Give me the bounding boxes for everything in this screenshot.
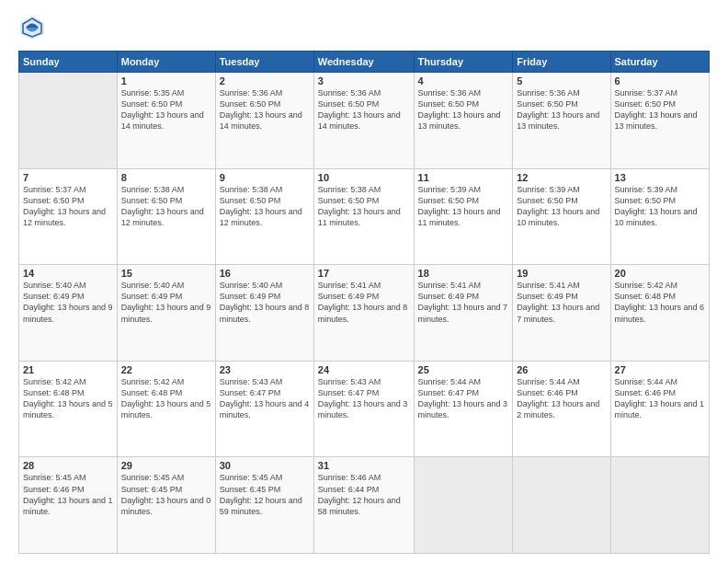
day-info: Sunrise: 5:45 AM Sunset: 6:45 PM Dayligh…	[121, 472, 211, 517]
week-row-2: 7Sunrise: 5:37 AM Sunset: 6:50 PM Daylig…	[19, 168, 710, 265]
day-cell	[19, 73, 118, 169]
day-info: Sunrise: 5:45 AM Sunset: 6:46 PM Dayligh…	[23, 472, 113, 517]
day-cell: 2Sunrise: 5:36 AM Sunset: 6:50 PM Daylig…	[215, 73, 313, 169]
day-info: Sunrise: 5:37 AM Sunset: 6:50 PM Dayligh…	[23, 184, 113, 229]
day-number: 5	[517, 75, 606, 86]
day-info: Sunrise: 5:39 AM Sunset: 6:50 PM Dayligh…	[615, 184, 705, 229]
day-number: 30	[220, 460, 310, 471]
day-cell: 25Sunrise: 5:44 AM Sunset: 6:47 PM Dayli…	[414, 361, 513, 457]
day-number: 11	[418, 172, 509, 183]
day-number: 8	[121, 172, 211, 183]
day-info: Sunrise: 5:37 AM Sunset: 6:50 PM Dayligh…	[615, 87, 705, 132]
day-info: Sunrise: 5:43 AM Sunset: 6:47 PM Dayligh…	[318, 376, 410, 421]
day-cell: 29Sunrise: 5:45 AM Sunset: 6:45 PM Dayli…	[117, 457, 215, 554]
day-info: Sunrise: 5:35 AM Sunset: 6:50 PM Dayligh…	[121, 87, 211, 132]
day-cell: 12Sunrise: 5:39 AM Sunset: 6:50 PM Dayli…	[513, 168, 610, 265]
week-row-3: 14Sunrise: 5:40 AM Sunset: 6:49 PM Dayli…	[19, 265, 710, 362]
day-number: 16	[220, 268, 310, 279]
day-number: 14	[23, 268, 113, 279]
day-number: 18	[418, 268, 509, 279]
day-cell	[610, 457, 709, 554]
week-row-5: 28Sunrise: 5:45 AM Sunset: 6:46 PM Dayli…	[19, 457, 710, 554]
day-number: 12	[517, 172, 606, 183]
day-number: 23	[220, 364, 310, 375]
day-cell: 8Sunrise: 5:38 AM Sunset: 6:50 PM Daylig…	[117, 168, 215, 265]
day-number: 3	[318, 75, 410, 86]
day-info: Sunrise: 5:36 AM Sunset: 6:50 PM Dayligh…	[318, 87, 410, 132]
day-cell	[513, 457, 610, 554]
day-cell: 4Sunrise: 5:36 AM Sunset: 6:50 PM Daylig…	[414, 73, 513, 169]
logo	[18, 14, 50, 41]
page: Sunday Monday Tuesday Wednesday Thursday…	[0, 0, 728, 563]
day-number: 22	[121, 364, 211, 375]
col-friday: Friday	[513, 52, 610, 73]
day-number: 31	[318, 460, 410, 471]
day-cell: 22Sunrise: 5:42 AM Sunset: 6:48 PM Dayli…	[117, 361, 215, 457]
day-info: Sunrise: 5:40 AM Sunset: 6:49 PM Dayligh…	[23, 280, 113, 325]
day-cell: 27Sunrise: 5:44 AM Sunset: 6:46 PM Dayli…	[610, 361, 709, 457]
day-info: Sunrise: 5:38 AM Sunset: 6:50 PM Dayligh…	[318, 184, 410, 229]
day-info: Sunrise: 5:45 AM Sunset: 6:45 PM Dayligh…	[220, 472, 310, 517]
day-cell: 15Sunrise: 5:40 AM Sunset: 6:49 PM Dayli…	[117, 265, 215, 362]
day-number: 29	[121, 460, 211, 471]
day-number: 27	[615, 364, 705, 375]
day-cell: 5Sunrise: 5:36 AM Sunset: 6:50 PM Daylig…	[513, 73, 610, 169]
logo-icon	[18, 14, 46, 41]
day-info: Sunrise: 5:36 AM Sunset: 6:50 PM Dayligh…	[517, 87, 606, 132]
day-info: Sunrise: 5:40 AM Sunset: 6:49 PM Dayligh…	[121, 280, 211, 325]
day-cell: 13Sunrise: 5:39 AM Sunset: 6:50 PM Dayli…	[610, 168, 709, 265]
day-number: 2	[220, 75, 310, 86]
day-info: Sunrise: 5:38 AM Sunset: 6:50 PM Dayligh…	[121, 184, 211, 229]
day-cell: 19Sunrise: 5:41 AM Sunset: 6:49 PM Dayli…	[513, 265, 610, 362]
day-info: Sunrise: 5:40 AM Sunset: 6:49 PM Dayligh…	[220, 280, 310, 325]
day-cell	[414, 457, 513, 554]
day-cell: 23Sunrise: 5:43 AM Sunset: 6:47 PM Dayli…	[215, 361, 313, 457]
header	[18, 14, 710, 41]
day-cell: 20Sunrise: 5:42 AM Sunset: 6:48 PM Dayli…	[610, 265, 709, 362]
day-cell: 18Sunrise: 5:41 AM Sunset: 6:49 PM Dayli…	[414, 265, 513, 362]
day-info: Sunrise: 5:41 AM Sunset: 6:49 PM Dayligh…	[517, 280, 606, 325]
day-info: Sunrise: 5:42 AM Sunset: 6:48 PM Dayligh…	[23, 376, 113, 421]
col-monday: Monday	[117, 52, 215, 73]
day-info: Sunrise: 5:42 AM Sunset: 6:48 PM Dayligh…	[121, 376, 211, 421]
day-number: 7	[23, 172, 113, 183]
day-cell: 10Sunrise: 5:38 AM Sunset: 6:50 PM Dayli…	[313, 168, 414, 265]
col-thursday: Thursday	[414, 52, 513, 73]
day-info: Sunrise: 5:44 AM Sunset: 6:46 PM Dayligh…	[615, 376, 705, 421]
day-cell: 6Sunrise: 5:37 AM Sunset: 6:50 PM Daylig…	[610, 73, 709, 169]
header-row: Sunday Monday Tuesday Wednesday Thursday…	[19, 52, 710, 73]
day-number: 13	[615, 172, 705, 183]
day-number: 9	[220, 172, 310, 183]
col-tuesday: Tuesday	[215, 52, 313, 73]
col-sunday: Sunday	[19, 52, 118, 73]
day-number: 28	[23, 460, 113, 471]
day-cell: 3Sunrise: 5:36 AM Sunset: 6:50 PM Daylig…	[313, 73, 414, 169]
day-info: Sunrise: 5:36 AM Sunset: 6:50 PM Dayligh…	[220, 87, 310, 132]
day-info: Sunrise: 5:41 AM Sunset: 6:49 PM Dayligh…	[318, 280, 410, 325]
day-number: 19	[517, 268, 606, 279]
calendar-table: Sunday Monday Tuesday Wednesday Thursday…	[18, 51, 710, 554]
col-saturday: Saturday	[610, 52, 709, 73]
day-info: Sunrise: 5:39 AM Sunset: 6:50 PM Dayligh…	[517, 184, 606, 229]
day-info: Sunrise: 5:39 AM Sunset: 6:50 PM Dayligh…	[418, 184, 509, 229]
day-info: Sunrise: 5:41 AM Sunset: 6:49 PM Dayligh…	[418, 280, 509, 325]
day-number: 15	[121, 268, 211, 279]
day-info: Sunrise: 5:44 AM Sunset: 6:46 PM Dayligh…	[517, 376, 606, 421]
day-cell: 11Sunrise: 5:39 AM Sunset: 6:50 PM Dayli…	[414, 168, 513, 265]
day-number: 26	[517, 364, 606, 375]
day-cell: 28Sunrise: 5:45 AM Sunset: 6:46 PM Dayli…	[19, 457, 118, 554]
week-row-4: 21Sunrise: 5:42 AM Sunset: 6:48 PM Dayli…	[19, 361, 710, 457]
day-cell: 17Sunrise: 5:41 AM Sunset: 6:49 PM Dayli…	[313, 265, 414, 362]
day-info: Sunrise: 5:46 AM Sunset: 6:44 PM Dayligh…	[318, 472, 410, 517]
day-number: 24	[318, 364, 410, 375]
day-number: 4	[418, 75, 509, 86]
day-number: 10	[318, 172, 410, 183]
day-number: 17	[318, 268, 410, 279]
day-info: Sunrise: 5:42 AM Sunset: 6:48 PM Dayligh…	[615, 280, 705, 325]
col-wednesday: Wednesday	[313, 52, 414, 73]
day-info: Sunrise: 5:38 AM Sunset: 6:50 PM Dayligh…	[220, 184, 310, 229]
day-number: 25	[418, 364, 509, 375]
day-number: 1	[121, 75, 211, 86]
calendar: Sunday Monday Tuesday Wednesday Thursday…	[18, 51, 710, 554]
day-number: 6	[615, 75, 705, 86]
